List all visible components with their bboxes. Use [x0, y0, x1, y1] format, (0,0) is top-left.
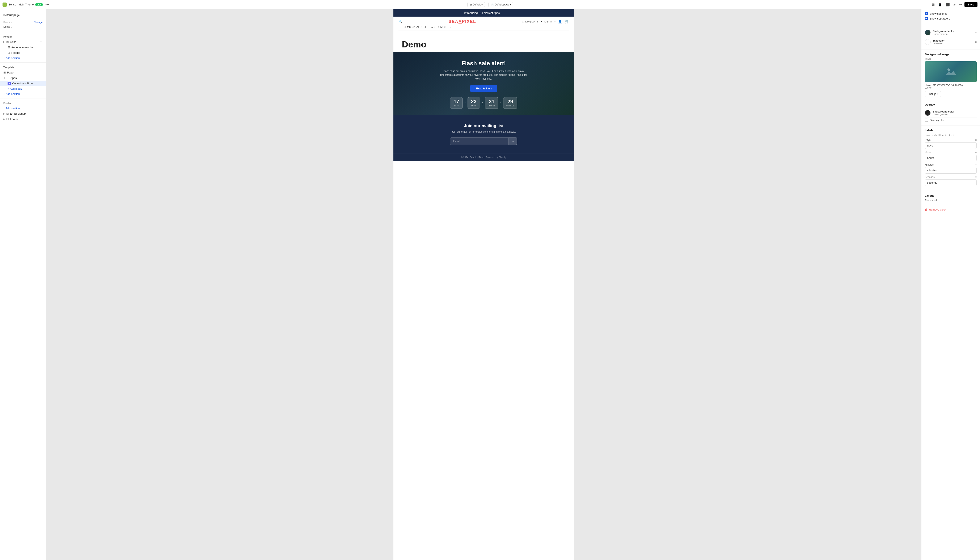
right-panel: Show seconds Show separators Background … [921, 9, 980, 560]
minutes-input[interactable] [925, 167, 977, 173]
overlay-color-swatch [925, 110, 931, 116]
countdown-seconds: 29 seconds [503, 97, 517, 109]
canvas-inner: Introducing Our Newest Apps → 🔍 SEAAPIXE… [393, 9, 574, 560]
mobile-icon-button[interactable]: 📱 [937, 2, 943, 7]
header-label: Header [11, 51, 20, 54]
tablet-icon-button[interactable]: ⬛ [945, 2, 951, 7]
days-label-text: Days [925, 138, 930, 142]
overlay-color-info: Background color Linear gradient [933, 110, 977, 116]
apps-chevron-icon: ▶ [3, 41, 5, 43]
minutes-label-text: Minutes [925, 163, 933, 166]
left-panel: Default page Preview Change Demo ↗ Heade… [0, 9, 46, 560]
minutes-field-row: Minutes ≡ [925, 163, 977, 173]
overlay-blur-checkbox[interactable] [925, 118, 928, 122]
sidebar-item-countdown[interactable]: A Countdown Timer [0, 81, 46, 86]
expand-icon-button[interactable]: ⤢ [952, 2, 957, 7]
cart-icon[interactable]: 🛒 [565, 20, 569, 23]
hours-input[interactable] [925, 155, 977, 161]
preview-demo: Demo ↗ [0, 25, 46, 30]
days-input[interactable] [925, 142, 977, 149]
store-nav: 🔍 SEAAPIXEL Greece | EUR € ▾ English ▾ 👤… [398, 19, 569, 24]
store-footer: © 2024, Seapixel Demo Powered by Shopify [393, 153, 574, 161]
flash-banner: Flash sale alert! Don't miss out on our … [393, 52, 574, 115]
remove-block-button[interactable]: 🗑 Remove block [922, 206, 980, 213]
days-field-row: Days ≡ [925, 138, 977, 149]
add-section-header-label: + Add section [3, 57, 20, 60]
locale-selector[interactable]: Greece | EUR € [522, 20, 538, 23]
preview-label: Preview [3, 21, 12, 24]
background-color-row[interactable]: Background color Linear gradient ≡ [925, 28, 977, 37]
seconds-field-row: Seconds ≡ [925, 176, 977, 186]
account-icon[interactable]: 👤 [558, 20, 562, 23]
mailing-title: Join our mailing list [398, 123, 570, 128]
preview-change-button[interactable]: Change [34, 21, 43, 24]
bg-color-info: Background color Linear gradient [933, 30, 973, 35]
language-selector[interactable]: English [544, 20, 552, 23]
more-options-button[interactable]: ••• [45, 2, 50, 7]
block-width-label: Block width [925, 199, 977, 202]
add-section-header-button[interactable]: + Add section [0, 55, 46, 61]
sidebar-item-header[interactable]: ⊟ Header [0, 50, 46, 55]
flash-subtitle: Don't miss out on our exclusive Flash Sa… [440, 69, 528, 81]
email-submit-button[interactable]: → [508, 137, 517, 145]
countdown-row: 17 days : 23 hours : 31 minutes [440, 97, 528, 109]
device-dropdown[interactable]: ⊞ Default ▾ [467, 2, 485, 7]
bg-color-value: Linear gradient [933, 33, 973, 35]
page-icon-left: ⊟ [3, 71, 6, 74]
nav-app-demos[interactable]: APP DEMOS [431, 26, 446, 28]
demo-heading-section: Demo [393, 33, 574, 52]
sidebar-item-page[interactable]: ⊟ Page [0, 70, 46, 75]
countdown-timer-label: Countdown Timer [12, 82, 33, 85]
page-dropdown[interactable]: 📄 Default page ▾ [488, 2, 513, 7]
countdown-days: 17 days [450, 97, 463, 109]
mailing-section: Join our mailing list Join our email lis… [393, 115, 574, 153]
sidebar-item-apps[interactable]: ▶ ⊞ Apps ⋯ [0, 39, 46, 45]
shop-save-button[interactable]: Shop & Save [470, 85, 497, 92]
text-color-value: #FFFFFF [933, 42, 973, 45]
labels-section: Labels Leave a label blank to hide it. D… [922, 126, 980, 191]
external-link-icon: ↗ [11, 26, 13, 28]
show-separators-checkbox[interactable] [925, 17, 928, 20]
show-seconds-checkbox[interactable] [925, 12, 928, 15]
hours-field-label: Hours ≡ [925, 151, 977, 154]
hours-scroll-icon: ≡ [975, 151, 977, 154]
countdown-seconds-number: 29 [507, 99, 514, 104]
email-input[interactable] [450, 137, 508, 145]
sidebar-item-announcement[interactable]: ⊟ Announcement bar [0, 45, 46, 50]
add-block-button[interactable]: + Add block [0, 86, 46, 91]
flash-banner-bg: Flash sale alert! Don't miss out on our … [393, 52, 574, 115]
email-form: → [450, 137, 517, 145]
change-image-button[interactable]: Change ▾ [925, 91, 941, 97]
devices-icon-button[interactable]: ⊞ [931, 2, 935, 7]
sidebar-item-footer[interactable]: ▶ ⊟ Footer [0, 116, 46, 122]
hours-label-text: Hours [925, 151, 932, 154]
search-icon[interactable]: 🔍 [398, 20, 403, 23]
text-color-row[interactable]: Text color #FFFFFF ≡ [925, 37, 977, 47]
bg-color-name: Background color [933, 30, 973, 33]
show-separators-label: Show separators [930, 17, 950, 20]
labels-hint: Leave a label blank to hide it. [925, 134, 977, 137]
flash-title: Flash sale alert! [440, 60, 528, 67]
undo-button[interactable]: ↩ [958, 2, 963, 7]
footer-label: Footer [10, 118, 18, 121]
announcement-icon: ⊟ [8, 45, 10, 49]
apps-template-label: Apps [10, 77, 17, 80]
overlay-bg-value: Linear gradient [933, 113, 977, 116]
sidebar-item-email-signup[interactable]: ▶ ⊟ Email signup [0, 111, 46, 116]
email-signup-chevron-icon: ▶ [3, 113, 5, 115]
footer-section-title: Footer [0, 100, 46, 106]
seconds-input[interactable] [925, 180, 977, 186]
add-section-template-label: + Add section [3, 92, 20, 95]
labels-title: Labels [925, 129, 977, 132]
nav-demo-catalogue[interactable]: DEMO CATALOGUE [403, 26, 427, 28]
change-image-chevron-icon: ▾ [937, 93, 938, 95]
sidebar-item-apps-template[interactable]: ▼ ⊞ Apps [0, 75, 46, 81]
overlay-color-row[interactable]: Background color Linear gradient [925, 108, 977, 118]
add-section-template-button[interactable]: + Add section [0, 91, 46, 97]
email-signup-icon: ⊟ [6, 112, 9, 115]
add-section-footer-button[interactable]: + Add section [0, 106, 46, 111]
image-type: WEBP [925, 87, 977, 89]
store-menu: DEMO CATALOGUE APP DEMOS ▾ [398, 24, 569, 30]
save-button[interactable]: Save [965, 2, 977, 7]
text-color-swatch [925, 39, 931, 45]
